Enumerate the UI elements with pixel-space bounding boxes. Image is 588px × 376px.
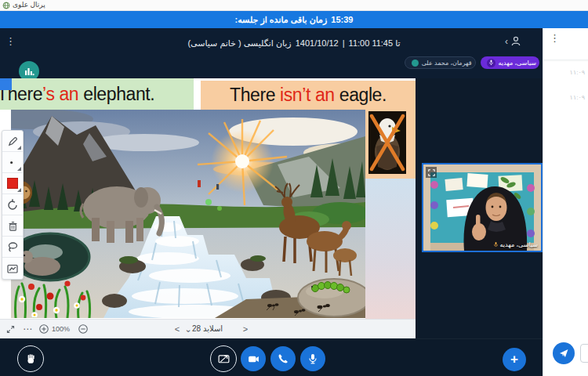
- status-dot-icon: [412, 60, 419, 67]
- session-title-separator: |: [343, 38, 345, 49]
- sentence1-part2: elephant.: [78, 84, 154, 105]
- share-screen-button[interactable]: [210, 345, 237, 372]
- session-title: زبان انگلیسی ( خانم سیاسی) 1401/10/12 | …: [0, 38, 588, 49]
- slide-gradient-panel: [365, 179, 416, 319]
- badge-participant-name: قهرمان، محمد علی: [422, 60, 472, 67]
- video-name-text: سیاسی، مهدیه: [500, 241, 538, 248]
- undo-tool[interactable]: [2, 194, 23, 215]
- phone-button[interactable]: [270, 346, 296, 371]
- chat-panel: ⋮ ۱۱:۰۹ ۱۱:۰۹: [543, 28, 588, 376]
- app-window: پرتال علوی زمان باقی مانده از جلسه: 15:3…: [0, 0, 588, 376]
- webcam-video-teacher[interactable]: سیاسی، مهدیه: [422, 163, 543, 252]
- raise-hand-button[interactable]: [17, 345, 44, 372]
- submenu-corner: [17, 146, 21, 150]
- zoom-out-button[interactable]: [77, 323, 89, 335]
- chat-timestamp: ۱۱:۰۹: [570, 69, 585, 76]
- globe-icon: [2, 2, 10, 9]
- pencil-tool[interactable]: [2, 131, 23, 152]
- whiteboard-bottom-bar: ⋯ 100% < ⌄ اسلاید 28 >: [0, 319, 416, 338]
- raised-hand-icon: [24, 352, 37, 365]
- more-options-button[interactable]: ⋯: [21, 323, 34, 335]
- plus-icon: +: [510, 352, 518, 367]
- session-title-name: زبان انگلیسی ( خانم سیاسی): [187, 38, 291, 49]
- session-title-time: 11:00 تا 11:45: [349, 38, 401, 49]
- video-fullscreen-button[interactable]: [426, 167, 437, 178]
- whiteboard: There’s an elephant. There isn’t an eagl…: [0, 78, 416, 338]
- mic-icon: [493, 241, 499, 248]
- badge-participant[interactable]: قهرمان، محمد علی: [405, 56, 476, 69]
- chat-menu-icon[interactable]: ⋮: [550, 36, 560, 45]
- drawing-toolbar: [2, 130, 24, 280]
- badge-speaker-name: سیاسی، مهدیه: [499, 60, 536, 67]
- mic-icon: [487, 59, 495, 67]
- undo-icon: [6, 198, 19, 211]
- zoom-level: 100%: [52, 325, 70, 333]
- session-timer-bar: زمان باقی مانده از جلسه: 15:39: [0, 11, 588, 28]
- zoom-out-icon: [78, 324, 89, 334]
- camera-button[interactable]: [241, 346, 266, 371]
- participants-toggle[interactable]: ‹: [505, 35, 521, 47]
- phone-icon: [277, 352, 289, 365]
- browser-tab-strip: پرتال علوی: [0, 0, 588, 11]
- timer-label: زمان باقی مانده از جلسه:: [235, 15, 328, 25]
- shape-zigzag-icon: [6, 262, 19, 275]
- chat-input[interactable]: بایگانی: [580, 344, 588, 363]
- delete-tool[interactable]: [2, 215, 23, 237]
- chat-timestamp: ۱۱:۰۹: [570, 94, 585, 101]
- meeting-header: ⋮ زبان انگلیسی ( خانم سیاسی) 1401/10/12 …: [0, 28, 588, 78]
- participants-chevron-icon: ‹: [505, 36, 508, 47]
- share-screen-icon: [217, 352, 230, 366]
- zoom-in-icon: [38, 324, 49, 334]
- camera-icon: [247, 352, 260, 366]
- sentence2-part2: eagle.: [335, 85, 387, 106]
- eagle-crossed-image: [368, 111, 406, 174]
- slide-number-label[interactable]: اسلاید 28: [192, 324, 223, 333]
- lasso-icon: [6, 240, 19, 253]
- zoom-in-button[interactable]: [38, 323, 50, 335]
- bottom-control-bar: +: [0, 338, 543, 376]
- next-slide-button[interactable]: >: [239, 323, 252, 335]
- sentence2-part1: There: [230, 85, 280, 106]
- sentence-elephant: There’s an elephant.: [0, 78, 194, 110]
- webcam-feed: [423, 164, 541, 251]
- submenu-corner: [17, 167, 21, 171]
- expand-icon: [5, 324, 16, 334]
- color-picker-tool[interactable]: [2, 173, 23, 194]
- browser-tab-title: پرتال علوی: [13, 1, 45, 9]
- fit-screen-button[interactable]: [4, 323, 16, 335]
- send-icon: [558, 348, 569, 359]
- add-pod-button[interactable]: +: [503, 348, 526, 371]
- chat-send-button[interactable]: [553, 342, 575, 364]
- timer-value: 15:39: [331, 15, 353, 24]
- badge-speaker-active[interactable]: سیاسی، مهدیه: [481, 56, 539, 69]
- slide-photo-nature: [11, 110, 365, 318]
- lasso-select-tool[interactable]: [2, 237, 23, 258]
- speaker-badges: سیاسی، مهدیه قهرمان، محمد علی: [405, 56, 539, 69]
- sentence-eagle: There isn’t an eagle.: [201, 81, 416, 110]
- sentence1-red: ’s an: [42, 84, 78, 105]
- selection-handle[interactable]: [0, 78, 12, 90]
- sentence2-red: isn’t an: [280, 85, 335, 106]
- submenu-corner: [17, 188, 21, 192]
- microphone-icon: [307, 352, 319, 365]
- session-title-date: 1401/10/12: [296, 38, 339, 49]
- shape-tool[interactable]: [2, 258, 23, 279]
- microphone-button[interactable]: [300, 346, 325, 371]
- stats-bars-icon: [23, 65, 35, 78]
- person-icon: [510, 35, 521, 47]
- fullscreen-icon: [428, 169, 435, 176]
- chat-divider: [543, 60, 588, 60]
- stroke-size-tool[interactable]: [2, 152, 23, 173]
- video-name-label: سیاسی، مهدیه: [493, 241, 538, 248]
- trash-icon: [7, 220, 19, 232]
